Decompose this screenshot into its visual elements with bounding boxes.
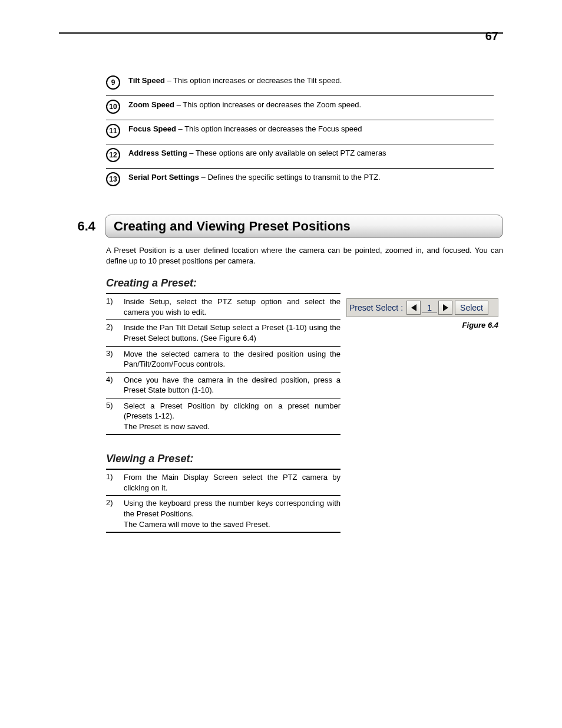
definition-list: 9Tilt Speed – This option increases or d… [106, 72, 503, 192]
definition-text: Focus Speed – This option increases or d… [128, 124, 362, 134]
step-row: 2)Inside the Pan Tilt Detail Setup selec… [106, 320, 340, 346]
preset-next-button[interactable] [438, 301, 452, 315]
page-number: 67 [485, 29, 498, 43]
step-number: 3) [106, 349, 124, 370]
page: 67 9Tilt Speed – This option increases o… [0, 0, 562, 728]
step-row: 5)Select a Preset Position by clicking o… [106, 398, 340, 434]
step-row: 1)Inside Setup, select the PTZ setup opt… [106, 294, 340, 320]
section-header: 6.4 Creating and Viewing Preset Position… [59, 215, 503, 238]
definition-text: Zoom Speed – This option increases or de… [128, 100, 361, 110]
preset-value: 1 [422, 303, 437, 313]
definition-row: 9Tilt Speed – This option increases or d… [106, 72, 494, 96]
step-text: From the Main Display Screen select the … [124, 472, 340, 493]
definition-badge: 9 [106, 75, 120, 90]
step-text: Inside Setup, select the PTZ setup optio… [124, 297, 340, 317]
subhead-creating: Creating a Preset: [106, 277, 503, 289]
definition-badge: 11 [106, 124, 120, 138]
step-text: Select a Preset Position by clicking on … [124, 401, 340, 432]
triangle-right-icon [443, 304, 448, 311]
step-number: 1) [106, 297, 124, 317]
top-rule [59, 32, 503, 34]
step-text: Using the keyboard press the number keys… [124, 498, 340, 529]
steps-creating: 1)Inside Setup, select the PTZ setup opt… [106, 293, 340, 435]
figure-6-4: Preset Select : 1 Select Figure 6.4 [346, 298, 498, 330]
definition-row: 10Zoom Speed – This option increases or … [106, 96, 494, 120]
subhead-viewing: Viewing a Preset: [106, 453, 503, 465]
step-number: 2) [106, 322, 124, 343]
figure-caption: Figure 6.4 [346, 321, 498, 330]
definition-text: Address Setting – These options are only… [128, 148, 386, 159]
definition-text: Tilt Speed – This option increases or de… [128, 75, 342, 86]
preset-select-button[interactable]: Select [455, 301, 488, 315]
definition-badge: 12 [106, 148, 120, 162]
section-intro: A Preset Position is a user defined loca… [106, 245, 503, 266]
preset-prev-button[interactable] [406, 301, 421, 315]
step-number: 5) [106, 401, 124, 432]
step-row: 2)Using the keyboard press the number ke… [106, 496, 340, 532]
step-row: 4)Once you have the camera in the desire… [106, 373, 340, 398]
definition-text: Serial Port Settings – Defines the speci… [128, 172, 381, 183]
definition-row: 11Focus Speed – This option increases or… [106, 120, 494, 144]
step-row: 1)From the Main Display Screen select th… [106, 470, 340, 496]
section-number: 6.4 [59, 219, 105, 234]
section-title: Creating and Viewing Preset Positions [105, 215, 503, 238]
definition-row: 12Address Setting – These options are on… [106, 144, 494, 169]
step-text: Inside the Pan Tilt Detail Setup select … [124, 322, 340, 343]
definition-badge: 13 [106, 172, 120, 186]
steps-viewing: 1)From the Main Display Screen select th… [106, 469, 340, 533]
definition-row: 13Serial Port Settings – Defines the spe… [106, 169, 494, 192]
step-number: 2) [106, 498, 124, 529]
step-text: Once you have the camera in the desired … [124, 375, 340, 396]
triangle-left-icon [411, 304, 416, 311]
definition-badge: 10 [106, 100, 120, 114]
step-number: 4) [106, 375, 124, 396]
step-text: Move the selected camera to the desired … [124, 349, 340, 370]
preset-select-label: Preset Select : [349, 303, 403, 312]
preset-select-widget: Preset Select : 1 Select [346, 298, 498, 317]
step-number: 1) [106, 472, 124, 493]
step-row: 3)Move the selected camera to the desire… [106, 347, 340, 373]
